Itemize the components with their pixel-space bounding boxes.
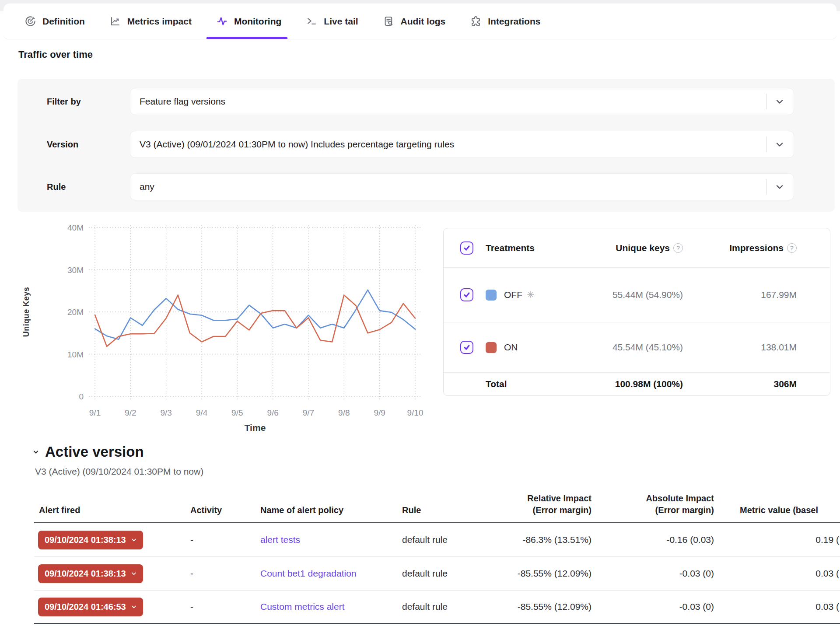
tab-live-tail[interactable]: Live tail <box>306 3 358 39</box>
relative-impact-cell: -85.55% (12.09%) <box>485 602 596 612</box>
chevron-down-icon <box>130 603 137 610</box>
tab-label: Audit logs <box>401 16 446 27</box>
active-version-header: Active version <box>32 444 144 460</box>
policy-cell: alert tests <box>256 535 397 545</box>
version-value: V3 (Active) (09/01/2024 01:30PM to now) … <box>130 139 766 150</box>
line-chart-icon <box>109 15 121 27</box>
activity-cell: - <box>186 568 256 579</box>
treatment-off-checkbox[interactable] <box>460 288 473 301</box>
alert-fired-cell: 09/10/2024 01:38:13 <box>34 531 186 549</box>
chevron-down-icon <box>130 570 137 577</box>
alert-policy-link[interactable]: Count bet1 degradation <box>260 568 357 578</box>
svg-text:9/3: 9/3 <box>160 408 172 417</box>
svg-text:9/10: 9/10 <box>407 408 424 417</box>
total-impressions-value: 306M <box>683 379 797 389</box>
help-icon[interactable]: ? <box>673 243 683 253</box>
relative-impact-cell: -85.55% (12.09%) <box>485 568 596 579</box>
tab-monitoring[interactable]: Monitoring <box>216 3 281 39</box>
tab-metrics-impact[interactable]: Metrics impact <box>109 3 192 39</box>
rule-cell: default rule <box>397 535 485 545</box>
alert-fired-header: Alert fired <box>34 504 186 516</box>
filter-by-label: Filter by <box>47 97 81 107</box>
tab-label: Metrics impact <box>127 16 192 27</box>
treatment-row-on: ON 45.54M (45.10%) 138.01M <box>444 322 830 373</box>
alert-fired-cell: 09/10/2024 01:38:13 <box>34 564 186 583</box>
policy-header: Name of alert policy <box>256 504 397 516</box>
svg-text:9/2: 9/2 <box>125 408 136 417</box>
collapse-chevron-icon[interactable] <box>32 448 40 456</box>
activity-cell: - <box>186 535 256 545</box>
filter-by-select[interactable]: Feature flag versions <box>130 88 794 115</box>
total-label: Total <box>486 379 552 389</box>
policy-cell: Count bet1 degradation <box>256 568 397 579</box>
version-select[interactable]: V3 (Active) (09/01/2024 01:30PM to now) … <box>130 131 794 158</box>
pulse-icon <box>216 15 228 27</box>
svg-text:Unique Keys: Unique Keys <box>22 287 31 337</box>
active-version-title: Active version <box>45 444 144 460</box>
tab-definition[interactable]: Definition <box>24 3 85 39</box>
alerts-table: Alert fired Activity Name of alert polic… <box>34 481 840 624</box>
alert-row: 09/10/2024 01:46:53 - Custom metrics ale… <box>34 591 840 624</box>
treatments-select-all-checkbox[interactable] <box>460 241 473 255</box>
rule-value: any <box>130 182 766 192</box>
alert-fired-badge[interactable]: 09/10/2024 01:46:53 <box>38 598 143 616</box>
on-unique-keys-value: 45.54M (45.10%) <box>552 342 683 353</box>
relative-impact-cell: -86.3% (13.51%) <box>485 535 596 545</box>
tab-integrations[interactable]: Integrations <box>470 3 540 39</box>
version-row: Version V3 (Active) (09/01/2024 01:30PM … <box>18 131 835 158</box>
rule-row: Rule any <box>18 173 835 200</box>
impressions-column-header: Impressions ? <box>683 243 797 253</box>
alerts-table-header: Alert fired Activity Name of alert polic… <box>34 481 840 523</box>
alert-fired-badge[interactable]: 09/10/2024 01:38:13 <box>38 531 143 549</box>
svg-text:10M: 10M <box>67 350 84 359</box>
off-unique-keys-value: 55.44M (54.90%) <box>552 290 683 300</box>
treatment-on-checkbox[interactable] <box>460 341 473 354</box>
alert-fired-badge[interactable]: 09/10/2024 01:38:13 <box>38 564 143 583</box>
rule-select[interactable]: any <box>130 173 794 200</box>
metric-value-cell: 0.19 ( <box>719 535 840 545</box>
chevron-down-icon <box>130 536 137 543</box>
rule-cell: default rule <box>397 602 485 612</box>
treatments-table: Treatments Unique keys ? Impressions ? O… <box>443 228 830 396</box>
puzzle-icon <box>470 15 482 27</box>
treatment-row-off: OFF ✳ 55.44M (54.90%) 167.99M <box>444 268 830 322</box>
tab-label: Integrations <box>488 16 540 27</box>
off-impressions-value: 167.99M <box>683 290 797 300</box>
treatment-on-label: ON <box>504 342 552 353</box>
on-impressions-value: 138.01M <box>683 342 797 353</box>
treatment-off-label: OFF ✳ <box>504 290 552 300</box>
select-divider <box>766 179 766 195</box>
treatments-header-row: Treatments Unique keys ? Impressions ? <box>444 228 830 268</box>
chevron-down-icon <box>774 96 785 107</box>
svg-text:0: 0 <box>79 392 84 401</box>
svg-text:9/6: 9/6 <box>267 408 278 417</box>
total-unique-keys-value: 100.98M (100%) <box>552 379 683 389</box>
filter-by-value: Feature flag versions <box>130 96 766 107</box>
svg-text:30M: 30M <box>67 266 84 275</box>
alert-policy-link[interactable]: Custom metrics alert <box>260 602 345 612</box>
absolute-impact-cell: -0.03 (0) <box>596 602 719 612</box>
tab-label: Live tail <box>324 16 358 27</box>
alert-row: 09/10/2024 01:38:13 - Count bet1 degrada… <box>34 557 840 591</box>
absolute-impact-cell: -0.03 (0) <box>596 568 719 579</box>
svg-text:20M: 20M <box>67 308 84 317</box>
chevron-down-icon <box>774 182 785 192</box>
audit-log-icon <box>383 15 395 27</box>
alert-policy-link[interactable]: alert tests <box>260 535 300 545</box>
tab-audit-logs[interactable]: Audit logs <box>383 3 446 39</box>
select-divider <box>766 136 766 152</box>
svg-text:9/7: 9/7 <box>303 408 314 417</box>
filter-panel: Filter by Feature flag versions Version … <box>18 79 835 212</box>
metric-value-header: Metric value (basel <box>719 504 840 516</box>
svg-text:9/9: 9/9 <box>374 408 385 417</box>
section-title: Traffic over time <box>18 49 93 60</box>
chevron-down-icon <box>774 139 785 150</box>
alert-fired-cell: 09/10/2024 01:46:53 <box>34 598 186 616</box>
svg-text:9/1: 9/1 <box>89 408 101 417</box>
help-icon[interactable]: ? <box>787 243 797 253</box>
svg-text:Time: Time <box>245 423 266 433</box>
traffic-chart: 010M20M30M40M9/19/29/39/49/59/69/79/89/9… <box>18 221 438 440</box>
target-icon <box>24 15 36 27</box>
version-label: Version <box>47 140 78 150</box>
alert-row: 09/10/2024 01:38:13 - alert tests defaul… <box>34 523 840 557</box>
